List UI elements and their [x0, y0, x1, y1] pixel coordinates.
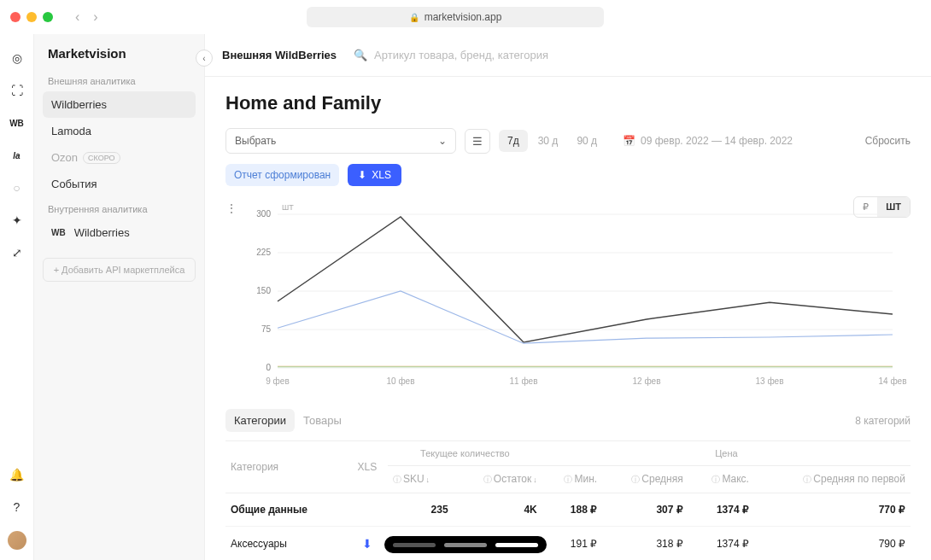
svg-text:75: 75: [261, 324, 272, 334]
period-90d[interactable]: 90 д: [568, 130, 606, 152]
period-30d[interactable]: 30 д: [530, 130, 567, 152]
chart-menu-button[interactable]: ⋮: [225, 201, 237, 215]
search-input[interactable]: [374, 49, 914, 61]
svg-text:9 фев: 9 фев: [266, 376, 289, 386]
svg-text:10 фев: 10 фев: [386, 376, 414, 386]
col-avg-first[interactable]: ⓘСредняя по первой: [754, 466, 911, 493]
sidebar: ‹ Marketvision Внешняя аналитика Wildber…: [34, 34, 205, 560]
sidebar-item-lamoda[interactable]: Lamoda: [43, 118, 196, 144]
avatar[interactable]: [8, 531, 26, 550]
svg-text:12 фев: 12 фев: [632, 376, 660, 386]
tab-count-label: 8 категорий: [855, 415, 911, 427]
help-icon[interactable]: ?: [9, 499, 26, 516]
svg-text:300: 300: [256, 209, 271, 219]
close-window[interactable]: [10, 12, 20, 22]
svg-text:11 фев: 11 фев: [509, 376, 537, 386]
svg-text:225: 225: [256, 248, 271, 257]
target-icon[interactable]: ◎: [9, 50, 26, 67]
col-group-price: Цена: [542, 441, 911, 466]
svg-text:150: 150: [256, 286, 271, 295]
traffic-lights: [10, 12, 53, 22]
col-min[interactable]: ⓘМин.: [542, 466, 602, 493]
minimize-window[interactable]: [26, 12, 37, 22]
svg-text:ШТ: ШТ: [282, 203, 294, 212]
categories-table: Категория XLS Текущее количество Цена ⓘS…: [225, 440, 911, 560]
col-category[interactable]: Категория: [225, 441, 347, 493]
download-row-icon[interactable]: ⬇: [362, 537, 372, 551]
period-group: 7д 30 д 90 д: [499, 130, 606, 152]
chart-container: ⋮ ₽ ШТ ШТ 075150225300 9 фев10 фев11 фев…: [225, 201, 911, 392]
add-api-button[interactable]: + Добавить API маркетплейса: [43, 258, 196, 282]
unit-pcs[interactable]: ШТ: [877, 197, 910, 217]
tab-products[interactable]: Товары: [295, 409, 350, 432]
col-max[interactable]: ⓘМакс.: [688, 466, 754, 493]
download-icon: ⬇: [358, 169, 366, 181]
page-title: Home and Family: [225, 92, 911, 114]
svg-text:0: 0: [266, 363, 271, 372]
search-box[interactable]: 🔍: [354, 49, 914, 61]
sidebar-item-ozon[interactable]: Ozon СКОРО: [43, 144, 196, 171]
wb-icon[interactable]: WB: [9, 114, 26, 131]
icon-rail: ◎ ⛶ WB la ○ ✦ ⤢ 🔔 ?: [0, 34, 34, 560]
lock-icon: 🔒: [409, 13, 419, 22]
section-external-label: Внешняя аналитика: [48, 76, 196, 86]
leaf-icon[interactable]: ○: [9, 179, 26, 196]
filter-settings-button[interactable]: ☰: [465, 129, 490, 154]
collapse-icon[interactable]: ⤢: [9, 244, 26, 261]
sidebar-item-internal-wb[interactable]: WB Wildberries: [43, 219, 196, 246]
breadcrumb: Внешняя WildBerries: [222, 49, 337, 61]
crosshair-icon[interactable]: ✦: [9, 212, 26, 229]
table-row[interactable]: Аксессуары⬇1362K191 ₽318 ₽1374 ₽790 ₽: [225, 527, 911, 560]
date-range-picker[interactable]: 📅 09 февр. 2022 — 14 февр. 2022: [623, 135, 793, 147]
col-avg[interactable]: ⓘСредняя: [602, 466, 688, 493]
svg-text:13 фев: 13 фев: [755, 376, 783, 386]
browser-chrome: ‹ › 🔒 marketvision.app: [0, 0, 931, 34]
unit-toggle: ₽ ШТ: [853, 196, 911, 218]
la-icon[interactable]: la: [9, 147, 26, 164]
table-row[interactable]: Общие данные2354K188 ₽307 ₽1374 ₽770 ₽: [225, 493, 911, 527]
sliders-icon: ☰: [472, 135, 483, 148]
col-stock[interactable]: ⓘОстаток↓: [454, 466, 542, 493]
maximize-window[interactable]: [43, 12, 53, 22]
col-sku[interactable]: ⓘSKU↓: [388, 466, 454, 493]
line-chart: ШТ 075150225300 9 фев10 фев11 фев12 фев1…: [225, 201, 911, 389]
svg-text:14 фев: 14 фев: [878, 376, 906, 386]
calendar-icon: 📅: [623, 135, 635, 147]
search-icon: 🔍: [354, 49, 367, 61]
bottom-indicator: [384, 536, 547, 553]
col-group-qty: Текущее количество: [388, 441, 542, 466]
unit-rub[interactable]: ₽: [854, 197, 877, 217]
sidebar-item-wildberries[interactable]: Wildberries: [43, 91, 196, 118]
topbar: Внешняя WildBerries 🔍: [205, 34, 931, 77]
period-7d[interactable]: 7д: [499, 130, 528, 152]
tab-categories[interactable]: Категории: [225, 409, 295, 432]
expand-icon[interactable]: ⛶: [9, 82, 26, 99]
soon-badge: СКОРО: [83, 152, 120, 164]
nav-forward-icon[interactable]: ›: [88, 8, 102, 26]
nav-back-icon[interactable]: ‹: [70, 8, 85, 26]
sidebar-collapse-button[interactable]: ‹: [196, 50, 213, 67]
reset-button[interactable]: Сбросить: [865, 135, 911, 147]
bell-icon[interactable]: 🔔: [9, 466, 26, 483]
category-select[interactable]: Выбрать ⌄: [225, 128, 456, 154]
report-formed-badge: Отчет сформирован: [225, 164, 339, 186]
chevron-down-icon: ⌄: [438, 135, 447, 147]
section-internal-label: Внутренняя аналитика: [48, 204, 196, 214]
download-xls-button[interactable]: ⬇ XLS: [348, 164, 401, 186]
col-xls: XLS: [347, 441, 388, 493]
url-text: marketvision.app: [425, 11, 502, 23]
brand-title: Marketvision: [43, 46, 196, 61]
sidebar-item-events[interactable]: События: [43, 171, 196, 197]
url-bar[interactable]: 🔒 marketvision.app: [307, 7, 605, 27]
